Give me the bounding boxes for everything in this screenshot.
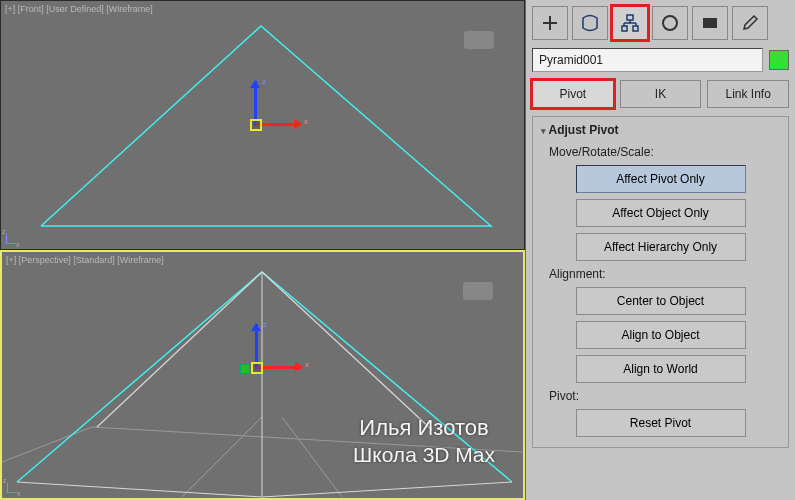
axis-label-x: x	[304, 117, 308, 126]
hierarchy-tab-icon[interactable]	[612, 6, 648, 40]
align-to-object-button[interactable]: Align to Object	[576, 321, 746, 349]
reset-pivot-button[interactable]: Reset Pivot	[576, 409, 746, 437]
command-panel-tabs	[532, 6, 789, 40]
axis-tripod-icon: x z	[5, 480, 20, 495]
hierarchy-subtabs: Pivot IK Link Info	[532, 80, 789, 108]
rollout-adjust-pivot: Adjust Pivot Move/Rotate/Scale: Affect P…	[532, 116, 789, 448]
viewport-label[interactable]: [+] [Front] [User Defined] [Wireframe]	[5, 4, 153, 14]
svg-rect-10	[622, 26, 627, 31]
command-panel: Pyramid001 Pivot IK Link Info Adjust Piv…	[525, 0, 795, 500]
display-tab-icon[interactable]	[692, 6, 728, 40]
create-tab-icon[interactable]	[532, 6, 568, 40]
axis-label-z: z	[263, 320, 267, 329]
viewport-label[interactable]: [+] [Perspective] [Standard] [Wireframe]	[6, 255, 164, 265]
group-label-pivot: Pivot:	[549, 389, 780, 403]
svg-line-1	[92, 427, 522, 452]
viewport-front[interactable]: [+] [Front] [User Defined] [Wireframe] z…	[0, 0, 525, 250]
svg-line-3	[282, 417, 342, 497]
svg-rect-9	[627, 15, 633, 20]
affect-pivot-only-button[interactable]: Affect Pivot Only	[576, 165, 746, 193]
svg-rect-17	[703, 18, 717, 28]
utilities-tab-icon[interactable]	[732, 6, 768, 40]
svg-line-2	[182, 417, 262, 497]
axis-label-x: x	[305, 360, 309, 369]
affect-hierarchy-only-button[interactable]: Affect Hierarchy Only	[576, 233, 746, 261]
modify-tab-icon[interactable]	[572, 6, 608, 40]
gizmo-origin[interactable]	[251, 362, 263, 374]
motion-tab-icon[interactable]	[652, 6, 688, 40]
gizmo-y-axis[interactable]	[240, 364, 250, 374]
viewport-area: [+] [Front] [User Defined] [Wireframe] z…	[0, 0, 525, 500]
tab-pivot[interactable]: Pivot	[532, 80, 614, 108]
object-name-row: Pyramid001	[532, 48, 789, 72]
transform-gizmo[interactable]: z x	[216, 81, 296, 161]
svg-rect-11	[633, 26, 638, 31]
viewport-perspective[interactable]: [+] [Perspective] [Standard] [Wireframe]…	[0, 250, 525, 500]
svg-point-16	[663, 16, 677, 30]
tab-link-info[interactable]: Link Info	[707, 80, 789, 108]
gizmo-x-axis[interactable]	[257, 366, 302, 369]
object-name-field[interactable]: Pyramid001	[532, 48, 763, 72]
tab-ik[interactable]: IK	[620, 80, 702, 108]
center-to-object-button[interactable]: Center to Object	[576, 287, 746, 315]
group-label-align: Alignment:	[549, 267, 780, 281]
group-label-move: Move/Rotate/Scale:	[549, 145, 780, 159]
axis-tripod-icon: x z	[4, 231, 19, 246]
transform-gizmo[interactable]: z x	[217, 324, 297, 404]
gizmo-origin[interactable]	[250, 119, 262, 131]
affect-object-only-button[interactable]: Affect Object Only	[576, 199, 746, 227]
gizmo-x-axis[interactable]	[256, 123, 301, 126]
align-to-world-button[interactable]: Align to World	[576, 355, 746, 383]
app-root: [+] [Front] [User Defined] [Wireframe] z…	[0, 0, 795, 500]
axis-label-z: z	[262, 77, 266, 86]
rollout-title[interactable]: Adjust Pivot	[541, 123, 780, 137]
object-color-swatch[interactable]	[769, 50, 789, 70]
